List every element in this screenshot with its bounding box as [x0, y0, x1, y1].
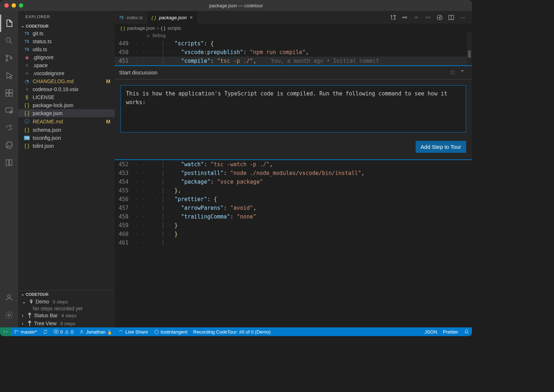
window-minimize[interactable]	[12, 3, 16, 8]
sync-icon[interactable]	[40, 327, 51, 336]
notifications-icon[interactable]	[461, 327, 472, 336]
account[interactable]: lostintangent	[151, 327, 191, 336]
discussion-widget: Start discussion □ ⌃ Add Step to Tour	[115, 65, 472, 160]
github-icon[interactable]	[0, 136, 18, 154]
file-icon: TS	[23, 32, 30, 36]
git-next-icon[interactable]	[423, 12, 433, 23]
remote-icon[interactable]	[0, 102, 18, 119]
file-item[interactable]: { }schema.json	[18, 126, 115, 134]
window-maximize[interactable]	[19, 3, 23, 8]
add-step-button[interactable]: Add Step to Tour	[416, 141, 466, 153]
language-mode[interactable]: JSON	[421, 327, 440, 336]
minimap[interactable]	[467, 32, 472, 65]
tour-item[interactable]: ›📍 Status Bar4 steps	[18, 311, 115, 319]
window-close[interactable]	[4, 3, 9, 8]
code-line[interactable]: 459· · · · │ · }	[115, 221, 472, 230]
file-item[interactable]: ≡codetour-0.0.19.vsix	[18, 85, 115, 93]
tab[interactable]: TSindex.ts	[115, 11, 147, 24]
live-share[interactable]: Live Share	[115, 327, 151, 336]
code-line[interactable]: 450· · · · │ · "vscode:prepublish": "npm…	[115, 48, 472, 57]
more-icon[interactable]: ···	[457, 12, 468, 23]
git-branch[interactable]: master*	[11, 327, 40, 336]
file-item[interactable]: { }tslint.json	[18, 142, 115, 150]
code-line[interactable]: 457· · · · │ · "arrowParens": "avoid",	[115, 204, 472, 212]
svg-point-17	[416, 17, 417, 19]
svg-point-16	[405, 17, 407, 19]
code-top[interactable]: ▷ Debug 449· · · · │ · "scripts": {450· …	[115, 32, 472, 65]
file-icon: ≡	[23, 62, 30, 68]
tour-item[interactable]: ›📍 Tree View8 steps	[18, 319, 115, 327]
git-compare-icon[interactable]	[388, 12, 399, 23]
source-control-icon[interactable]	[0, 49, 18, 67]
compass-icon[interactable]	[434, 12, 445, 23]
file-item[interactable]: ◔CHANGELOG.mdM	[18, 77, 115, 85]
file-item[interactable]: TSutils.ts	[18, 45, 115, 53]
file-item[interactable]: { }package.json	[18, 109, 115, 117]
tab[interactable]: { }package.json×	[147, 11, 197, 24]
breadcrumb[interactable]: { } package.json › { } scripts	[115, 24, 472, 32]
explorer-icon[interactable]	[0, 15, 18, 32]
code-line[interactable]: 454· · · · │ · "package": "vsce package"	[115, 177, 472, 186]
section-codetour[interactable]: ⌄ CODETOUR	[18, 23, 115, 29]
run-debug-icon[interactable]	[0, 67, 18, 84]
user[interactable]: Jonathan 🏅	[76, 327, 115, 336]
tour-name: Demo	[36, 299, 49, 305]
code-line[interactable]: 451· · · · │ · "compile": "tsc -p ./",Yo…	[115, 57, 472, 65]
file-icon: TS	[23, 136, 30, 140]
code-line[interactable]: 458· · · · │ · "trailingComma": "none"	[115, 212, 472, 221]
tour-item[interactable]: ⌄🎙 Demo0 steps	[18, 298, 115, 306]
file-name: package.json	[33, 110, 115, 116]
code-line[interactable]: 456· · · · │ · "prettier": {	[115, 195, 472, 204]
book-icon[interactable]	[0, 154, 18, 171]
file-name: CHANGELOG.md	[33, 78, 104, 84]
code-line[interactable]: 453· · · · │ · "postinstall": "node ./no…	[115, 169, 472, 177]
file-item[interactable]: ≡.space	[18, 61, 115, 69]
debug-codelens[interactable]: ▷ Debug	[115, 32, 472, 39]
svg-rect-8	[9, 90, 12, 93]
file-icon: TS	[23, 48, 30, 52]
remote-indicator[interactable]	[0, 327, 11, 336]
file-item[interactable]: §LICENSE	[18, 93, 115, 101]
file-icon: { }	[23, 110, 30, 116]
tab-label: package.json	[159, 15, 187, 20]
chevron-down-icon: ⌄	[21, 24, 24, 28]
status-bar: master* ⓧ0⚠0 Jonathan 🏅 Live Share losti…	[0, 327, 472, 336]
chevron-up-icon[interactable]: ⌃	[460, 69, 465, 75]
code-line[interactable]: 449· · · · │ · "scripts": {	[115, 39, 472, 48]
file-name: LICENSE	[33, 94, 115, 100]
file-name: .space	[33, 62, 115, 68]
split-editor-icon[interactable]	[446, 12, 457, 23]
extensions-icon[interactable]	[0, 84, 18, 102]
section-codetour-panel[interactable]: ⌄ CODETOUR	[18, 291, 115, 298]
code-bottom[interactable]: 452· · · · │ · "watch": "tsc -watch -p .…	[115, 160, 472, 247]
close-icon[interactable]: ×	[190, 15, 193, 20]
svg-point-3	[11, 57, 12, 59]
search-icon[interactable]	[0, 32, 18, 49]
file-name: codetour-0.0.19.vsix	[33, 86, 115, 92]
file-item[interactable]: TSgit.ts	[18, 29, 115, 37]
problems[interactable]: ⓧ0⚠0	[51, 327, 76, 336]
formatter[interactable]: Prettier	[440, 327, 461, 336]
share-icon[interactable]	[0, 119, 18, 136]
discussion-input[interactable]	[121, 85, 466, 132]
file-item[interactable]: ≡.vscodeignore	[18, 69, 115, 77]
settings-gear-icon[interactable]	[0, 306, 18, 324]
recording[interactable]: Recording CodeTour: #0 of 0 (Demo)	[190, 327, 273, 336]
tab-bar: TSindex.ts{ }package.json× ···	[115, 11, 472, 24]
code-line[interactable]: 452· · · · │ · "watch": "tsc -watch -p .…	[115, 160, 472, 169]
code-line[interactable]: 455· · · · │ · },	[115, 186, 472, 195]
code-line[interactable]: 461· · · · │ ·	[115, 238, 472, 247]
git-curr-icon[interactable]	[411, 12, 422, 23]
stop-icon[interactable]: □	[451, 69, 454, 75]
svg-point-0	[6, 38, 11, 42]
file-item[interactable]: TStsconfig.json	[18, 134, 115, 142]
file-item[interactable]: TSstatus.ts	[18, 37, 115, 45]
file-item[interactable]: { }package-lock.json	[18, 101, 115, 109]
file-item[interactable]: ⓘREADME.mdM	[18, 117, 115, 126]
git-prev-icon[interactable]	[399, 12, 410, 23]
account-icon[interactable]	[0, 289, 18, 306]
file-item[interactable]: ◈.gitignore	[18, 53, 115, 61]
code-line[interactable]: 460· · · · │ · }	[115, 230, 472, 238]
file-name: .gitignore	[33, 54, 115, 60]
file-name: .vscodeignore	[33, 70, 115, 76]
